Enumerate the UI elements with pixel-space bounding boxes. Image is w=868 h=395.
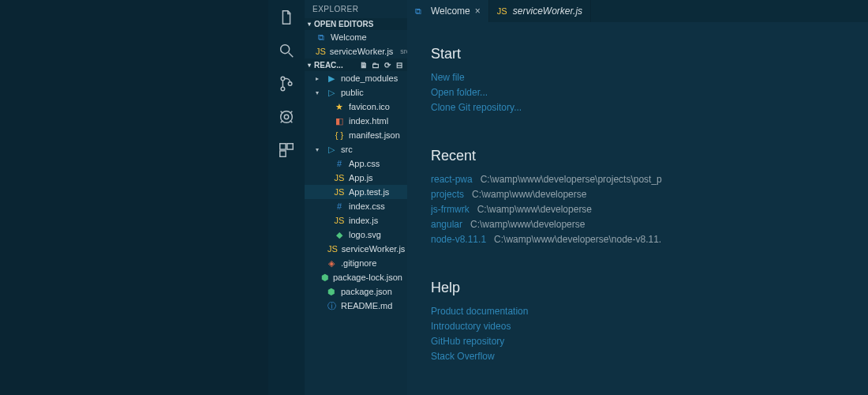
open-editor-label: serviceWorker.js xyxy=(330,47,393,56)
recent-heading: Recent xyxy=(431,148,844,164)
svg-point-3 xyxy=(288,82,292,86)
activity-explorer-icon[interactable] xyxy=(275,6,297,28)
recent-name: projects xyxy=(431,189,464,200)
activity-bar xyxy=(268,0,305,395)
collapse-icon[interactable]: ⊟ xyxy=(395,60,404,70)
recent-item[interactable]: projectsC:\wamp\www\developerse xyxy=(431,187,844,202)
tree-item-label: manifest.json xyxy=(349,130,400,140)
svg-icon: ◆ xyxy=(334,230,345,240)
tree-item[interactable]: ▾▷public xyxy=(305,85,407,100)
activity-scm-icon[interactable] xyxy=(275,73,297,95)
tree-item-label: src xyxy=(341,145,353,154)
chevron-down-icon: ▾ xyxy=(308,21,311,28)
tree-item[interactable]: ▾▷src xyxy=(305,142,407,156)
chevron-icon: ▸ xyxy=(316,75,322,82)
welcome-page: Start New fileOpen folder...Clone Git re… xyxy=(407,22,868,395)
open-editors-list: ⧉WelcomeJSserviceWorker.jssrc xyxy=(305,30,407,58)
close-icon[interactable]: × xyxy=(475,6,481,17)
editor-tab[interactable]: ⧉Welcome× xyxy=(407,0,489,22)
tree-item-label: App.test.js xyxy=(349,187,389,197)
activity-search-icon[interactable] xyxy=(275,40,297,62)
tree-item[interactable]: ▸▶node_modules xyxy=(305,71,407,85)
tree-item-label: favicon.ico xyxy=(349,102,390,111)
svg-rect-8 xyxy=(280,151,286,156)
tree-item-label: index.html xyxy=(349,116,388,126)
start-link[interactable]: New file xyxy=(431,70,844,85)
svg-rect-7 xyxy=(287,144,293,149)
tree-item[interactable]: ◈.gitignore xyxy=(305,256,407,270)
help-link[interactable]: GitHub repository xyxy=(431,334,844,349)
open-editor-item[interactable]: JSserviceWorker.jssrc xyxy=(305,44,407,58)
vs-icon: ⧉ xyxy=(316,32,327,43)
tree-item[interactable]: JSserviceWorker.js xyxy=(305,242,407,256)
tree-item[interactable]: ⓘREADME.md xyxy=(305,299,407,313)
tree-item-label: serviceWorker.js xyxy=(342,244,405,254)
recent-path: C:\wamp\www\developerse xyxy=(477,204,592,215)
recent-path: C:\wamp\www\developerse xyxy=(470,219,585,230)
folder-o-icon: ▷ xyxy=(326,88,337,98)
svg-point-1 xyxy=(281,77,285,81)
tree-item[interactable]: JSindex.js xyxy=(305,213,407,228)
recent-name: node-v8.11.1 xyxy=(431,234,486,245)
tree-item[interactable]: ⬢package-lock.json xyxy=(305,270,407,284)
explorer-sidebar: EXPLORER ▾ OPEN EDITORS ⧉WelcomeJSservic… xyxy=(305,0,407,395)
editor-area: ⧉Welcome×JSserviceWorker.js Start New fi… xyxy=(407,0,868,395)
new-file-icon[interactable]: 🗎 xyxy=(359,60,369,70)
tree-item[interactable]: #App.css xyxy=(305,156,407,171)
chevron-icon: ▾ xyxy=(316,146,322,153)
tree-item-label: README.md xyxy=(341,301,392,310)
recent-name: react-pwa xyxy=(431,174,473,185)
help-link[interactable]: Stack Overflow xyxy=(431,349,844,364)
folder-o-icon: ▷ xyxy=(326,145,337,155)
star-icon: ★ xyxy=(334,102,345,112)
tree-item-label: App.js xyxy=(349,173,373,182)
recent-item[interactable]: react-pwaC:\wamp\www\developerse\project… xyxy=(431,172,844,187)
file-tree: ▸▶node_modules▾▷public★favicon.ico◧index… xyxy=(305,71,407,313)
tree-item[interactable]: JSApp.test.js xyxy=(305,185,407,199)
tree-item[interactable]: JSApp.js xyxy=(305,171,407,185)
recent-item[interactable]: angularC:\wamp\www\developerse xyxy=(431,217,844,232)
tree-item[interactable]: #index.css xyxy=(305,199,407,213)
folder-icon: ▶ xyxy=(326,73,337,84)
tab-bar: ⧉Welcome×JSserviceWorker.js xyxy=(407,0,868,22)
recent-item[interactable]: node-v8.11.1C:\wamp\www\developerse\node… xyxy=(431,232,844,247)
git-icon: ◈ xyxy=(326,258,337,269)
tree-item[interactable]: ◆logo.svg xyxy=(305,228,407,242)
tree-item-label: node_modules xyxy=(341,73,398,83)
recent-section: Recent react-pwaC:\wamp\www\developerse\… xyxy=(431,148,844,248)
tree-item-label: package-lock.json xyxy=(333,273,402,282)
chevron-icon: ▾ xyxy=(316,89,322,96)
start-link[interactable]: Open folder... xyxy=(431,85,844,100)
activity-extensions-icon[interactable] xyxy=(275,139,297,161)
tree-item[interactable]: ★favicon.ico xyxy=(305,100,407,114)
refresh-icon[interactable]: ⟳ xyxy=(383,60,392,70)
tree-item-label: index.css xyxy=(349,201,385,211)
css-icon: # xyxy=(334,159,345,168)
activity-debug-icon[interactable] xyxy=(275,106,297,128)
tree-item-label: .gitignore xyxy=(341,258,376,268)
editor-tab[interactable]: JSserviceWorker.js xyxy=(489,0,591,22)
tree-item[interactable]: ◧index.html xyxy=(305,114,407,128)
md-icon: ⓘ xyxy=(326,300,337,312)
chevron-down-icon: ▾ xyxy=(308,62,311,69)
help-link[interactable]: Introductory videos xyxy=(431,319,844,334)
svg-point-0 xyxy=(281,45,290,54)
json-icon: { } xyxy=(334,130,345,140)
svg-point-5 xyxy=(284,115,289,119)
tree-item-label: App.css xyxy=(349,159,380,168)
tree-item[interactable]: ⬢package.json xyxy=(305,284,407,299)
lock-icon: ⬢ xyxy=(326,287,337,297)
open-editors-header[interactable]: ▾ OPEN EDITORS xyxy=(305,18,407,30)
start-link[interactable]: Clone Git repository... xyxy=(431,100,844,115)
start-heading: Start xyxy=(431,46,844,62)
open-editor-item[interactable]: ⧉Welcome xyxy=(305,30,407,44)
help-link[interactable]: Product documentation xyxy=(431,304,844,319)
tree-item[interactable]: { }manifest.json xyxy=(305,128,407,142)
recent-name: js-frmwrk xyxy=(431,204,470,215)
tree-item-label: public xyxy=(341,88,364,97)
recent-item[interactable]: js-frmwrkC:\wamp\www\developerse xyxy=(431,202,844,217)
start-section: Start New fileOpen folder...Clone Git re… xyxy=(431,46,844,116)
project-header[interactable]: ▾ REAC... 🗎 🗀 ⟳ ⊟ xyxy=(305,58,407,71)
new-folder-icon[interactable]: 🗀 xyxy=(371,60,380,70)
js-icon: JS xyxy=(334,187,345,197)
